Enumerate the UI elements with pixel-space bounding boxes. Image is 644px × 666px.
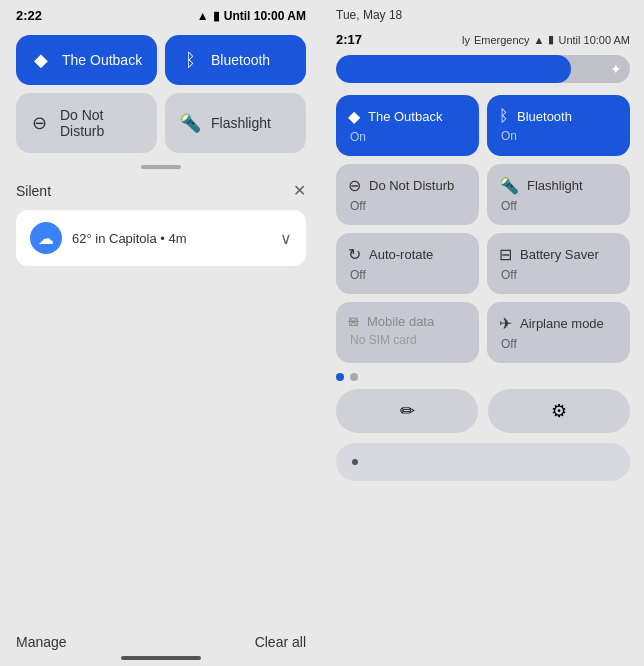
right-autorotate-icon: ↻ xyxy=(348,245,361,264)
wifi-tile-icon: ◆ xyxy=(30,49,52,71)
tile-outback[interactable]: ◆ The Outback xyxy=(16,35,157,85)
right-batterysaver-sublabel: Off xyxy=(499,268,618,282)
right-airplanemode-icon: ✈ xyxy=(499,314,512,333)
tile-flashlight-label: Flashlight xyxy=(211,115,271,131)
right-flashlight-label: Flashlight xyxy=(527,178,583,193)
right-flashlight-icon: 🔦 xyxy=(499,176,519,195)
dots-row xyxy=(322,369,644,385)
right-tile-airplanemode-top: ✈ Airplane mode xyxy=(499,314,618,333)
notification-header: Silent ✕ xyxy=(16,181,306,200)
right-tile-mobiledata[interactable]: ⊠ Mobile data No SIM card xyxy=(336,302,479,363)
right-tiles: ◆ The Outback On ᛒ Bluetooth On ⊖ Do Not… xyxy=(322,91,644,369)
right-bluetooth-sublabel: On xyxy=(499,129,618,143)
right-dnd-sublabel: Off xyxy=(348,199,467,213)
gear-icon: ⚙ xyxy=(551,400,567,422)
tile-bluetooth[interactable]: ᛒ Bluetooth xyxy=(165,35,306,85)
right-tile-flashlight[interactable]: 🔦 Flashlight Off xyxy=(487,164,630,225)
right-autorotate-label: Auto-rotate xyxy=(369,247,433,262)
right-autorotate-sublabel: Off xyxy=(348,268,467,282)
right-search-bar[interactable] xyxy=(336,443,630,481)
notification-weather-text: 62° in Capitola • 4m xyxy=(72,231,187,246)
right-time: 2:17 xyxy=(336,32,362,47)
right-tile-outback[interactable]: ◆ The Outback On xyxy=(336,95,479,156)
right-tile-batterysaver-top: ⊟ Battery Saver xyxy=(499,245,618,264)
notification-title: Silent xyxy=(16,183,51,199)
right-bottom-buttons: ✏ ⚙ xyxy=(322,385,644,439)
close-icon[interactable]: ✕ xyxy=(293,181,306,200)
right-tile-donotdisturb[interactable]: ⊖ Do Not Disturb Off xyxy=(336,164,479,225)
wifi-icon: ▲ xyxy=(197,9,209,23)
right-mobiledata-sublabel: No SIM card xyxy=(348,333,467,347)
left-bottom-bar: Manage Clear all xyxy=(16,634,306,650)
left-tiles: ◆ The Outback ᛒ Bluetooth ⊖ Do Not Distu… xyxy=(0,27,322,161)
right-batterysaver-icon: ⊟ xyxy=(499,245,512,264)
right-battery-icon: ▮ xyxy=(548,33,554,46)
left-status-right: ▲ ▮ Until 10:00 AM xyxy=(197,9,306,23)
tile-bluetooth-label: Bluetooth xyxy=(211,52,270,68)
edit-button[interactable]: ✏ xyxy=(336,389,478,433)
right-batterysaver-label: Battery Saver xyxy=(520,247,599,262)
right-date: Tue, May 18 xyxy=(322,0,644,24)
battery-icon: ▮ xyxy=(213,9,220,23)
right-tile-dnd-top: ⊖ Do Not Disturb xyxy=(348,176,467,195)
dot-2 xyxy=(350,373,358,381)
chevron-down-icon[interactable]: ∨ xyxy=(280,229,292,248)
notification-card[interactable]: ☁ 62° in Capitola • 4m ∨ xyxy=(16,210,306,266)
right-tile-airplanemode[interactable]: ✈ Airplane mode Off xyxy=(487,302,630,363)
right-dnd-icon: ⊖ xyxy=(348,176,361,195)
right-mobiledata-icon: ⊠ xyxy=(348,314,359,329)
right-airplanemode-label: Airplane mode xyxy=(520,316,604,331)
left-panel: 2:22 ▲ ▮ Until 10:00 AM ◆ The Outback ᛒ … xyxy=(0,0,322,666)
right-tile-bluetooth[interactable]: ᛒ Bluetooth On xyxy=(487,95,630,156)
right-outback-sublabel: On xyxy=(348,130,467,144)
right-flashlight-sublabel: Off xyxy=(499,199,618,213)
right-status-right: ly Emergency ▲ ▮ Until 10:00 AM xyxy=(462,33,630,46)
right-middle: ly xyxy=(462,34,470,46)
tile-dnd-label: Do Not Disturb xyxy=(60,107,143,139)
right-wifi-icon: ◆ xyxy=(348,107,360,126)
notification-card-left: ☁ 62° in Capitola • 4m xyxy=(30,222,187,254)
flashlight-tile-icon: 🔦 xyxy=(179,112,201,134)
brightness-row: ✦ xyxy=(322,51,644,91)
right-outback-label: The Outback xyxy=(368,109,442,124)
right-tile-batterysaver[interactable]: ⊟ Battery Saver Off xyxy=(487,233,630,294)
manage-button[interactable]: Manage xyxy=(16,634,67,650)
right-dnd-label: Do Not Disturb xyxy=(369,178,454,193)
right-tile-outback-top: ◆ The Outback xyxy=(348,107,467,126)
right-tile-bluetooth-top: ᛒ Bluetooth xyxy=(499,107,618,125)
left-home-indicator xyxy=(121,656,201,660)
tile-outback-label: The Outback xyxy=(62,52,142,68)
right-tile-flashlight-top: 🔦 Flashlight xyxy=(499,176,618,195)
right-panel: Tue, May 18 2:17 ly Emergency ▲ ▮ Until … xyxy=(322,0,644,666)
weather-icon: ☁ xyxy=(30,222,62,254)
right-airplanemode-sublabel: Off xyxy=(499,337,618,351)
settings-button[interactable]: ⚙ xyxy=(488,389,630,433)
brightness-bar[interactable]: ✦ xyxy=(336,55,630,83)
right-tile-autorotate[interactable]: ↻ Auto-rotate Off xyxy=(336,233,479,294)
pencil-icon: ✏ xyxy=(400,400,415,422)
left-until: Until 10:00 AM xyxy=(224,9,306,23)
clear-all-button[interactable]: Clear all xyxy=(255,634,306,650)
dot-1 xyxy=(336,373,344,381)
right-emergency: Emergency xyxy=(474,34,530,46)
right-status-bar: 2:17 ly Emergency ▲ ▮ Until 10:00 AM xyxy=(322,24,644,51)
right-tile-autorotate-top: ↻ Auto-rotate xyxy=(348,245,467,264)
tile-flashlight[interactable]: 🔦 Flashlight xyxy=(165,93,306,153)
left-status-bar: 2:22 ▲ ▮ Until 10:00 AM xyxy=(0,0,322,27)
search-dot xyxy=(352,459,358,465)
right-until: Until 10:00 AM xyxy=(558,34,630,46)
right-bluetooth-icon: ᛒ xyxy=(499,107,509,125)
brightness-fill xyxy=(336,55,571,83)
right-bluetooth-label: Bluetooth xyxy=(517,109,572,124)
left-time: 2:22 xyxy=(16,8,42,23)
right-signal-icon: ▲ xyxy=(534,34,545,46)
right-tile-mobiledata-top: ⊠ Mobile data xyxy=(348,314,467,329)
brightness-icon: ✦ xyxy=(610,61,622,77)
right-mobiledata-label: Mobile data xyxy=(367,314,434,329)
dnd-tile-icon: ⊖ xyxy=(30,112,50,134)
notification-section: Silent ✕ ☁ 62° in Capitola • 4m ∨ xyxy=(0,169,322,274)
tile-donotdisturb[interactable]: ⊖ Do Not Disturb xyxy=(16,93,157,153)
bluetooth-tile-icon: ᛒ xyxy=(179,50,201,71)
